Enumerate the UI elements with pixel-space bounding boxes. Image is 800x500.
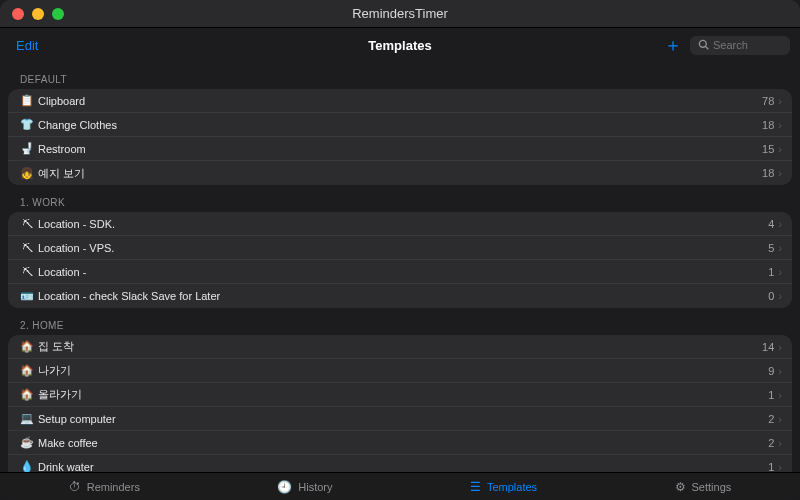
row-count: 9 bbox=[768, 365, 774, 377]
list-item[interactable]: 🏠나가기9› bbox=[8, 359, 792, 383]
row-count: 5 bbox=[768, 242, 774, 254]
chevron-right-icon: › bbox=[778, 389, 782, 401]
row-label: Setup computer bbox=[38, 413, 768, 425]
settings-icon: ⚙ bbox=[675, 480, 686, 494]
row-count: 2 bbox=[768, 437, 774, 449]
row-label: Restroom bbox=[38, 143, 762, 155]
add-button[interactable]: ＋ bbox=[662, 34, 684, 56]
minimize-icon[interactable] bbox=[32, 8, 44, 20]
tab-history[interactable]: 🕘History bbox=[269, 476, 340, 498]
row-icon: 💻 bbox=[18, 412, 36, 425]
tab-settings[interactable]: ⚙Settings bbox=[667, 476, 740, 498]
section-header: 2. Home bbox=[8, 314, 792, 335]
row-count: 18 bbox=[762, 167, 774, 179]
list-item[interactable]: 📋Clipboard78› bbox=[8, 89, 792, 113]
toolbar: Edit Templates ＋ bbox=[0, 28, 800, 62]
tab-reminders[interactable]: ⏱Reminders bbox=[61, 476, 148, 498]
chevron-right-icon: › bbox=[778, 143, 782, 155]
chevron-right-icon: › bbox=[778, 290, 782, 302]
row-icon: ⛏ bbox=[18, 266, 36, 278]
list-item[interactable]: 💧Drink water1› bbox=[8, 455, 792, 472]
row-label: Location - bbox=[38, 266, 768, 278]
row-count: 2 bbox=[768, 413, 774, 425]
list-item[interactable]: ☕Make coffee2› bbox=[8, 431, 792, 455]
reminders-icon: ⏱ bbox=[69, 480, 81, 494]
section-header: 1. Work bbox=[8, 191, 792, 212]
row-icon: ⛏ bbox=[18, 242, 36, 254]
titlebar: RemindersTimer bbox=[0, 0, 800, 28]
chevron-right-icon: › bbox=[778, 242, 782, 254]
tab-templates[interactable]: ☰Templates bbox=[462, 476, 545, 498]
row-icon: 💧 bbox=[18, 460, 36, 472]
row-count: 1 bbox=[768, 266, 774, 278]
list-item[interactable]: ⛏Location - SDK.4› bbox=[8, 212, 792, 236]
chevron-right-icon: › bbox=[778, 167, 782, 179]
chevron-right-icon: › bbox=[778, 218, 782, 230]
row-count: 0 bbox=[768, 290, 774, 302]
row-label: 집 도착 bbox=[38, 339, 762, 354]
list-item[interactable]: 🪪Location - check Slack Save for Later0› bbox=[8, 284, 792, 308]
tab-label: Templates bbox=[487, 481, 537, 493]
chevron-right-icon: › bbox=[778, 461, 782, 473]
zoom-icon[interactable] bbox=[52, 8, 64, 20]
row-icon: ☕ bbox=[18, 436, 36, 449]
search-input[interactable] bbox=[713, 39, 783, 51]
section-header: Default bbox=[8, 68, 792, 89]
template-list[interactable]: Default📋Clipboard78›👕Change Clothes18›🚽R… bbox=[0, 62, 800, 472]
row-icon: 👧 bbox=[18, 167, 36, 180]
row-label: 올라가기 bbox=[38, 387, 768, 402]
row-icon: 🏠 bbox=[18, 364, 36, 377]
row-count: 1 bbox=[768, 461, 774, 473]
row-icon: 📋 bbox=[18, 94, 36, 107]
chevron-right-icon: › bbox=[778, 119, 782, 131]
chevron-right-icon: › bbox=[778, 413, 782, 425]
app-window: RemindersTimer Edit Templates ＋ Default📋… bbox=[0, 0, 800, 500]
list-section: 2. Home🏠집 도착14›🏠나가기9›🏠올라가기1›💻Setup compu… bbox=[8, 314, 792, 472]
tab-label: History bbox=[298, 481, 332, 493]
chevron-right-icon: › bbox=[778, 365, 782, 377]
row-label: 예지 보기 bbox=[38, 166, 762, 181]
window-controls bbox=[0, 8, 64, 20]
row-icon: 👕 bbox=[18, 118, 36, 131]
list-item[interactable]: 👕Change Clothes18› bbox=[8, 113, 792, 137]
row-count: 4 bbox=[768, 218, 774, 230]
list-item[interactable]: ⛏Location - VPS.5› bbox=[8, 236, 792, 260]
svg-point-0 bbox=[699, 40, 706, 47]
list-section: Default📋Clipboard78›👕Change Clothes18›🚽R… bbox=[8, 68, 792, 185]
section-rows: ⛏Location - SDK.4›⛏Location - VPS.5›⛏Loc… bbox=[8, 212, 792, 308]
window-title: RemindersTimer bbox=[0, 6, 800, 21]
plus-icon: ＋ bbox=[664, 33, 682, 57]
row-count: 14 bbox=[762, 341, 774, 353]
section-rows: 📋Clipboard78›👕Change Clothes18›🚽Restroom… bbox=[8, 89, 792, 185]
row-label: Location - SDK. bbox=[38, 218, 768, 230]
chevron-right-icon: › bbox=[778, 341, 782, 353]
row-label: Make coffee bbox=[38, 437, 768, 449]
list-item[interactable]: 🏠올라가기1› bbox=[8, 383, 792, 407]
tab-label: Settings bbox=[692, 481, 732, 493]
row-label: Change Clothes bbox=[38, 119, 762, 131]
list-item[interactable]: 👧예지 보기18› bbox=[8, 161, 792, 185]
search-icon bbox=[698, 39, 709, 52]
row-icon: 🏠 bbox=[18, 388, 36, 401]
row-label: Clipboard bbox=[38, 95, 762, 107]
row-label: 나가기 bbox=[38, 363, 768, 378]
edit-button[interactable]: Edit bbox=[10, 34, 44, 57]
chevron-right-icon: › bbox=[778, 95, 782, 107]
row-label: Location - check Slack Save for Later bbox=[38, 290, 768, 302]
list-item[interactable]: 🏠집 도착14› bbox=[8, 335, 792, 359]
row-icon: 🪪 bbox=[18, 290, 36, 303]
chevron-right-icon: › bbox=[778, 266, 782, 278]
search-field[interactable] bbox=[690, 36, 790, 55]
history-icon: 🕘 bbox=[277, 480, 292, 494]
svg-line-1 bbox=[706, 46, 709, 49]
row-count: 18 bbox=[762, 119, 774, 131]
close-icon[interactable] bbox=[12, 8, 24, 20]
row-count: 1 bbox=[768, 389, 774, 401]
list-item[interactable]: 💻Setup computer2› bbox=[8, 407, 792, 431]
templates-icon: ☰ bbox=[470, 480, 481, 494]
section-rows: 🏠집 도착14›🏠나가기9›🏠올라가기1›💻Setup computer2›☕M… bbox=[8, 335, 792, 472]
row-count: 15 bbox=[762, 143, 774, 155]
list-item[interactable]: 🚽Restroom15› bbox=[8, 137, 792, 161]
row-icon: 🏠 bbox=[18, 340, 36, 353]
list-item[interactable]: ⛏Location -1› bbox=[8, 260, 792, 284]
